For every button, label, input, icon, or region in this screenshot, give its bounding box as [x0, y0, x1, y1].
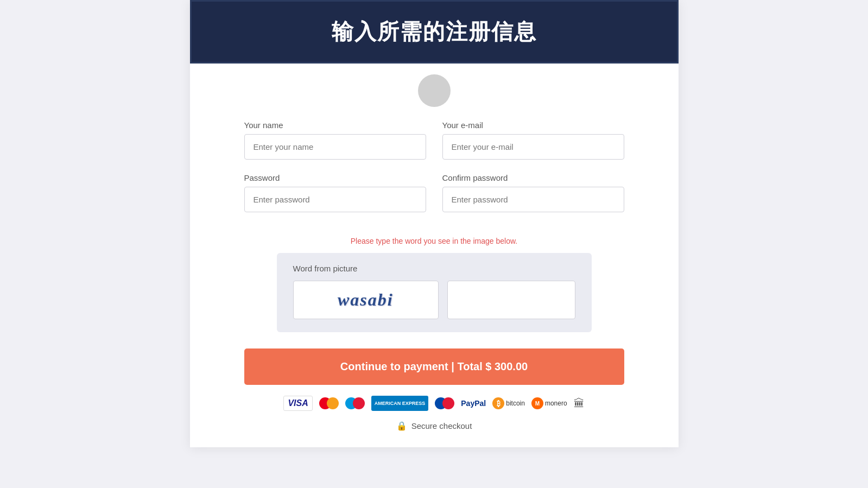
captcha-word-display: wasabi	[338, 290, 394, 310]
password-group: Password	[244, 173, 426, 212]
password-row: Password Confirm password	[244, 173, 624, 212]
header-banner: 输入所需的注册信息	[190, 0, 679, 64]
page-title: 输入所需的注册信息	[213, 17, 655, 47]
confirm-password-group: Confirm password	[442, 173, 624, 212]
form-container: 输入所需的注册信息 Your name Your e-mail Password	[190, 0, 679, 447]
secure-label: Secure checkout	[411, 421, 472, 430]
captcha-image: wasabi	[293, 281, 439, 319]
visa-label: VISA	[288, 398, 308, 408]
email-input[interactable]	[442, 134, 624, 160]
maestro-red-circle	[353, 397, 365, 409]
captcha-input[interactable]	[448, 281, 575, 319]
mc-orange-circle	[327, 397, 339, 409]
cirrus-right-circle	[442, 397, 454, 409]
bitcoin-label: bitcoin	[506, 400, 525, 407]
email-group: Your e-mail	[442, 121, 624, 160]
email-label: Your e-mail	[442, 121, 624, 130]
visa-icon: VISA	[283, 396, 312, 411]
bitcoin-icon: ₿ bitcoin	[492, 396, 525, 411]
paypal-icon: PayPal	[461, 396, 486, 411]
avatar	[418, 74, 451, 107]
captcha-row: wasabi	[293, 281, 575, 319]
xmr-circle: M	[531, 397, 543, 409]
amex-icon: AMERICAN EXPRESS	[371, 396, 429, 411]
confirm-password-label: Confirm password	[442, 173, 624, 182]
page-wrapper: 输入所需的注册信息 Your name Your e-mail Password	[0, 0, 868, 488]
amex-label: AMERICAN EXPRESS	[375, 401, 426, 407]
continue-to-payment-button[interactable]: Continue to payment | Total $ 300.00	[244, 348, 624, 385]
lock-icon: 🔒	[396, 421, 407, 431]
secure-checkout: 🔒 Secure checkout	[190, 421, 679, 431]
maestro-icon	[345, 396, 365, 411]
btc-circle: ₿	[492, 397, 504, 409]
bank-icon: 🏛	[574, 396, 585, 411]
name-email-row: Your name Your e-mail	[244, 121, 624, 160]
captcha-label: Word from picture	[293, 264, 575, 273]
captcha-box: Word from picture wasabi	[277, 253, 592, 332]
paypal-label: PayPal	[461, 399, 486, 408]
password-input[interactable]	[244, 187, 426, 212]
password-label: Password	[244, 173, 426, 182]
mastercard-icon	[319, 396, 339, 411]
confirm-password-input[interactable]	[442, 187, 624, 212]
payment-icons: VISA AMERICAN EXPRESS PayPal ₿	[190, 396, 679, 411]
monero-icon: M monero	[531, 396, 567, 411]
name-label: Your name	[244, 121, 426, 130]
captcha-instruction: Please type the word you see in the imag…	[190, 237, 679, 245]
monero-label: monero	[545, 400, 567, 407]
name-input[interactable]	[244, 134, 426, 160]
name-group: Your name	[244, 121, 426, 160]
cirrus-icon	[435, 396, 454, 411]
captcha-input-box	[447, 281, 575, 319]
form-body: Your name Your e-mail Password Confirm p…	[190, 115, 679, 237]
